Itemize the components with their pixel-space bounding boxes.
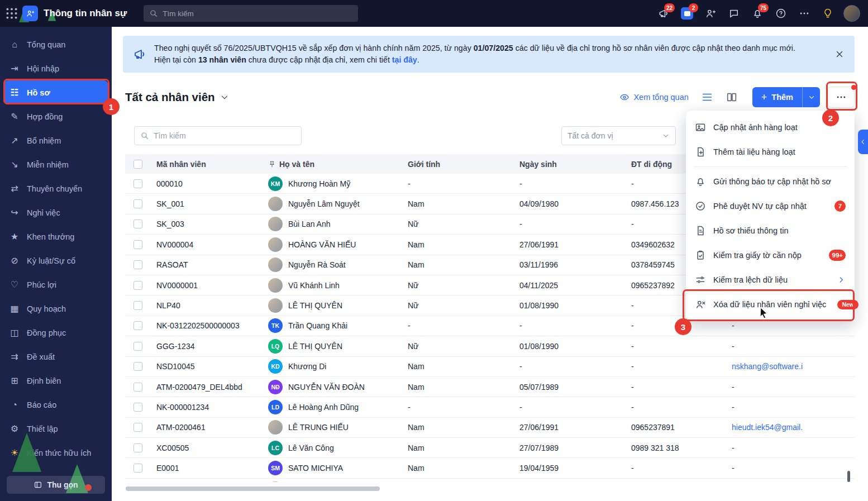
row-checkbox[interactable] [133,403,142,412]
row-checkbox-cell [125,179,156,188]
collapse-sidebar-button[interactable]: Thu gọn [7,476,105,494]
row-checkbox[interactable] [133,362,142,371]
employee-email[interactable]: nskhang@software.i [732,362,855,371]
sidebar-item-bo-nhiem[interactable]: ↗Bổ nhiệm [3,128,108,152]
row-checkbox[interactable] [133,220,142,228]
column-header-gender[interactable]: Giới tính [408,160,519,169]
employee-name: Nguyễn Lâm Nguyệt [288,199,360,208]
row-checkbox[interactable] [133,383,142,392]
notifications-button[interactable]: 75 [747,3,767,23]
employee-name-cell: HOÀNG VĂN HIẾU [268,237,408,252]
vertical-scrollbar-thumb[interactable] [847,471,850,482]
sidebar-item-hoi-nhap[interactable]: ⇥Hội nhập [3,56,108,80]
add-employee-button[interactable]: +Thêm [752,87,820,107]
table-row[interactable]: ATM-0200461LÊ TRUNG HIẾUNam27/06/1991096… [125,418,855,438]
employee-email[interactable]: hieudt.iek54@gmail. [732,423,855,432]
column-header-code[interactable]: Mã nhân viên [156,160,268,169]
table-search-input[interactable] [154,131,295,140]
sidebar-item-hop-dong[interactable]: ✎Hợp đồng [3,104,108,128]
menu-item-kiem-tra-giay-to-can-nop[interactable]: Kiểm tra giấy tờ cần nộp99+ [686,243,855,268]
employee-gender: Nam [408,464,519,473]
table-row[interactable]: ATM-0200479_DEL4bbdNĐNGUYỄN VĂN ĐOÀNNam0… [125,377,855,397]
table-search[interactable] [134,126,302,145]
add-user-button[interactable] [700,3,721,23]
employee-name: HOÀNG VĂN HIẾU [288,240,356,249]
banner-text: Theo nghị quyết số 76/2025/UBTVQH15 về s… [154,42,827,66]
sidebar-item-bao-cao[interactable]: ◔Báo cáo [3,393,108,417]
employee-dob: 05/07/1989 [519,383,631,392]
row-checkbox[interactable] [133,342,142,351]
row-checkbox[interactable] [133,321,142,330]
app-grid-icon[interactable] [4,6,19,21]
banner-detail-link[interactable]: tại đây [392,55,417,64]
menu-item-xoa-du-lieu-nhan-vien-nghi-viec[interactable]: Xóa dữ liệu nhân viên nghỉ việcNew [686,292,855,317]
global-search[interactable] [144,5,358,22]
unit-filter-select[interactable]: Tất cả đơn vị [561,126,676,145]
sidebar-item-dinh-bien[interactable]: ⊞Định biên [3,369,108,393]
row-checkbox[interactable] [133,260,142,269]
row-checkbox[interactable] [133,199,142,208]
column-header-dob[interactable]: Ngày sinh [519,160,631,169]
whats-new-button[interactable] [818,3,838,23]
view-overview-link[interactable]: Xem tổng quan [619,92,688,102]
chat-button[interactable] [724,3,744,23]
board-view-button[interactable] [726,91,738,103]
table-row[interactable]: GGG-1234LQLÊ THỊ QUYÊNNữ01/08/1990-- [125,336,855,356]
sidebar-item-phuc-loi[interactable]: ♡Phúc lợi [3,273,108,297]
horizontal-scrollbar-thumb[interactable] [126,486,380,491]
employee-name: LÊ THỊ QUYÊN [288,301,342,310]
menu-item-gui-thong-bao-tu-cap-nhat-ho-so[interactable]: Gửi thông báo tự cập nhật hồ sơ [686,169,855,194]
sidebar-item-label: Miễn nhiệm [27,160,69,169]
expand-panel-tab[interactable] [858,130,868,154]
sidebar-item-thuyen-chuyen[interactable]: ⇄Thuyên chuyển [3,176,108,201]
menu-item-ho-so-thieu-thong-tin[interactable]: Hồ sơ thiếu thông tin [686,218,855,243]
sidebar-item-khen-thuong[interactable]: ★Khen thưởng [3,225,108,249]
table-row[interactable]: NK-000001234LDLê Hoàng Anh Dũng---- [125,397,855,417]
sidebar-item-nghi-viec[interactable]: ↪Nghỉ việc [3,201,108,225]
row-checkbox[interactable] [133,301,142,310]
sidebar-item-tong-quan[interactable]: ⌂Tổng quan [3,32,108,56]
column-header-name[interactable]: Họ và tên [268,160,408,169]
sidebar-item-label: Quy hoạch [27,304,66,313]
list-view-button[interactable] [701,91,713,103]
banner-close-icon[interactable] [834,49,845,59]
topbar: Thông tin nhân sự 22 2 75 [0,0,868,27]
menu-item-cap-nhat-anh-hang-loat[interactable]: Cập nhật ảnh hàng loạt [686,115,855,140]
sidebar-item-label: Hợp đồng [27,112,63,121]
global-search-input[interactable] [163,9,352,18]
menu-item-them-tai-lieu-hang-loat[interactable]: Thêm tài liệu hàng loạt [686,140,855,164]
table-row[interactable]: NSD10045KDKhương DiNam--nskhang@software… [125,357,855,377]
sidebar-item-quy-hoach[interactable]: ▦Quy hoạch [3,297,108,321]
sidebar-item-ho-so[interactable]: ☷Hồ sơ [3,80,108,104]
announcements-button[interactable]: 22 [654,3,674,23]
employee-name-cell: Nguyễn Lâm Nguyệt [268,197,408,211]
add-dropdown-button[interactable] [802,87,820,107]
row-checkbox[interactable] [133,423,142,432]
sidebar-item-label: Báo cáo [27,400,56,409]
sidebar-item-de-xuat[interactable]: ⇉Đề xuất [3,345,108,369]
more-actions-button[interactable] [828,87,855,108]
menu-item-phe-duyet-nv-tu-cap-nhat[interactable]: Phê duyệt NV tự cập nhật7 [686,194,855,218]
row-checkbox[interactable] [133,443,142,452]
title-dropdown-icon[interactable] [220,92,230,102]
profile-icon: ☷ [9,87,20,98]
sidebar-item-dong-phuc[interactable]: ◫Đồng phục [3,321,108,345]
user-avatar[interactable] [843,5,860,22]
blue-app-button[interactable]: 2 [677,3,697,23]
row-checkbox[interactable] [133,179,142,188]
avatar [268,278,283,293]
sidebar-item-ky-luat-su-co[interactable]: ⊘Kỷ luật/Sự cố [3,249,108,273]
more-topbar-button[interactable] [794,3,814,23]
employee-name: LÊ THỊ QUYÊN [288,342,342,351]
row-checkbox[interactable] [133,281,142,290]
help-button[interactable] [771,3,791,23]
select-all-checkbox[interactable] [133,160,142,169]
menu-item-kiem-tra-lech-du-lieu[interactable]: Kiểm tra lệch dữ liệu [686,268,855,292]
table-row[interactable]: XC00505LCLê Văn CôngNam27/07/19890989 32… [125,438,855,458]
sidebar-item-mien-nhiem[interactable]: ↘Miễn nhiệm [3,152,108,176]
notifications-badge: 75 [758,3,769,12]
contract-icon: ✎ [9,111,20,122]
table-row[interactable]: E0001SMSATO MICHIYANam19/04/1959-- [125,458,855,478]
row-checkbox[interactable] [133,240,142,249]
row-checkbox[interactable] [133,464,142,473]
